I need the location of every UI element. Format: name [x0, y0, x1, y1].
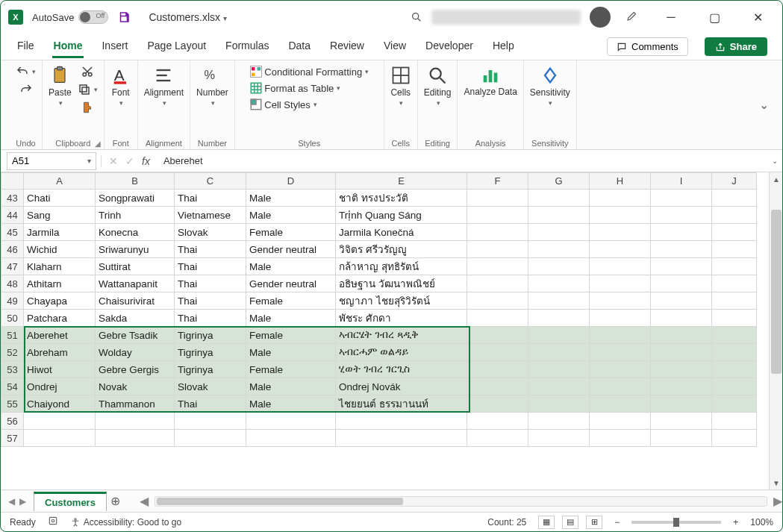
- cell[interactable]: [467, 292, 528, 310]
- cell[interactable]: Thai: [175, 275, 246, 292]
- column-header[interactable]: G: [528, 173, 590, 190]
- cell[interactable]: [712, 241, 757, 258]
- cell[interactable]: Aberehet: [24, 327, 96, 344]
- cell[interactable]: ไชยยนต์ ธรรมานนท์: [336, 395, 467, 413]
- tab-home[interactable]: Home: [52, 35, 84, 58]
- cell[interactable]: [651, 344, 712, 361]
- cell[interactable]: [651, 207, 712, 224]
- cell[interactable]: Ondrej Novák: [336, 378, 467, 395]
- cell[interactable]: [651, 224, 712, 241]
- formula-expand-icon[interactable]: ⌄: [767, 157, 782, 165]
- cell[interactable]: Chayapa: [24, 292, 96, 310]
- cell[interactable]: [246, 430, 336, 447]
- column-header[interactable]: A: [24, 173, 96, 190]
- cell[interactable]: Gender neutral: [246, 241, 336, 258]
- table-row[interactable]: 43ChatiSongprawatiThaiMaleชาติ ทรงประวัต…: [1, 190, 757, 207]
- window-minimize-button[interactable]: ─: [654, 5, 688, 29]
- cell[interactable]: Male: [246, 207, 336, 224]
- cell[interactable]: [467, 361, 528, 378]
- cell[interactable]: Wichid: [24, 241, 96, 258]
- cell[interactable]: Gebre Tsadik: [96, 327, 175, 344]
- column-header[interactable]: B: [96, 173, 175, 190]
- cell[interactable]: [590, 190, 651, 207]
- conditional-formatting-button[interactable]: Conditional Formatting▾: [249, 65, 369, 78]
- macro-record-icon[interactable]: [48, 516, 58, 528]
- cell[interactable]: [24, 430, 96, 447]
- table-row[interactable]: 56: [1, 413, 757, 430]
- cell[interactable]: Chaiyond: [24, 395, 96, 413]
- cell[interactable]: [528, 190, 590, 207]
- cell[interactable]: Suttirat: [96, 258, 175, 275]
- cell[interactable]: Male: [246, 395, 336, 413]
- row-header[interactable]: 53: [1, 361, 24, 378]
- table-row[interactable]: 47KlaharnSuttiratThaiMaleกล้าหาญ สุทธิรั…: [1, 258, 757, 275]
- autosave-toggle[interactable]: Off: [78, 10, 108, 24]
- table-row[interactable]: 57: [1, 430, 757, 447]
- cell[interactable]: [528, 344, 590, 361]
- column-header[interactable]: F: [467, 173, 528, 190]
- cell[interactable]: Male: [246, 378, 336, 395]
- cell[interactable]: [590, 361, 651, 378]
- cell[interactable]: Female: [246, 327, 336, 344]
- cell[interactable]: Vietnamese: [175, 207, 246, 224]
- cell[interactable]: [96, 430, 175, 447]
- cell[interactable]: [467, 413, 528, 430]
- table-row[interactable]: 50PatcharaSakdaThaiMaleพัชระ ศักดา: [1, 310, 757, 327]
- cell[interactable]: [712, 413, 757, 430]
- cell[interactable]: [467, 430, 528, 447]
- cell[interactable]: [590, 430, 651, 447]
- cell[interactable]: Konecna: [96, 224, 175, 241]
- column-header[interactable]: D: [246, 173, 336, 190]
- undo-button[interactable]: ▾: [16, 65, 36, 78]
- accessibility-status[interactable]: Accessibility: Good to go: [70, 517, 181, 528]
- cell[interactable]: [651, 190, 712, 207]
- row-header[interactable]: 56: [1, 413, 24, 430]
- cell[interactable]: Novak: [96, 378, 175, 395]
- cell[interactable]: Thai: [175, 241, 246, 258]
- editing-dropdown[interactable]: Editing▾: [424, 65, 452, 107]
- cell[interactable]: [590, 258, 651, 275]
- cell[interactable]: [651, 292, 712, 310]
- view-normal-button[interactable]: ▦: [538, 516, 555, 529]
- cell[interactable]: [651, 430, 712, 447]
- cell[interactable]: Chaisurivirat: [96, 292, 175, 310]
- save-icon[interactable]: [117, 10, 131, 24]
- sheet-nav-buttons[interactable]: ◀▶: [1, 496, 34, 507]
- tab-help[interactable]: Help: [491, 35, 516, 58]
- cell[interactable]: [651, 395, 712, 413]
- cell[interactable]: Wattanapanit: [96, 275, 175, 292]
- cell[interactable]: Abreham: [24, 344, 96, 361]
- table-row[interactable]: 46WichidSriwarunyuThaiGender neutralวิจิ…: [1, 241, 757, 258]
- cell[interactable]: Thai: [175, 292, 246, 310]
- cell[interactable]: Male: [246, 190, 336, 207]
- cell[interactable]: กล้าหาญ สุทธิรัตน์: [336, 258, 467, 275]
- name-box[interactable]: A51▾: [7, 152, 96, 170]
- cell[interactable]: [528, 378, 590, 395]
- zoom-in-button[interactable]: +: [733, 517, 738, 528]
- cell[interactable]: [467, 310, 528, 327]
- cell[interactable]: [712, 430, 757, 447]
- cell[interactable]: [467, 241, 528, 258]
- cell[interactable]: [175, 413, 246, 430]
- cell[interactable]: [590, 224, 651, 241]
- row-header[interactable]: 49: [1, 292, 24, 310]
- cell[interactable]: [336, 430, 467, 447]
- analyze-data-button[interactable]: Analyze Data: [464, 65, 517, 97]
- cell[interactable]: [651, 361, 712, 378]
- cell[interactable]: [467, 207, 528, 224]
- cell[interactable]: Sakda: [96, 310, 175, 327]
- cell[interactable]: [590, 344, 651, 361]
- row-header[interactable]: 43: [1, 190, 24, 207]
- cell[interactable]: ชญาภา ไชยสุริวิรัตน์: [336, 292, 467, 310]
- view-page-layout-button[interactable]: ▤: [562, 516, 578, 529]
- cell[interactable]: พัชระ ศักดา: [336, 310, 467, 327]
- avatar[interactable]: [590, 7, 611, 28]
- cell[interactable]: Athitarn: [24, 275, 96, 292]
- cell[interactable]: Tigrinya: [175, 327, 246, 344]
- column-header[interactable]: C: [175, 173, 246, 190]
- cell[interactable]: Chati: [24, 190, 96, 207]
- cell[interactable]: [467, 224, 528, 241]
- table-row[interactable]: 53HiwotGebre GergisTigrinyaFemaleሂወት ገብረ…: [1, 361, 757, 378]
- cell[interactable]: Trịnh Quang Sáng: [336, 207, 467, 224]
- cell[interactable]: Wolday: [96, 344, 175, 361]
